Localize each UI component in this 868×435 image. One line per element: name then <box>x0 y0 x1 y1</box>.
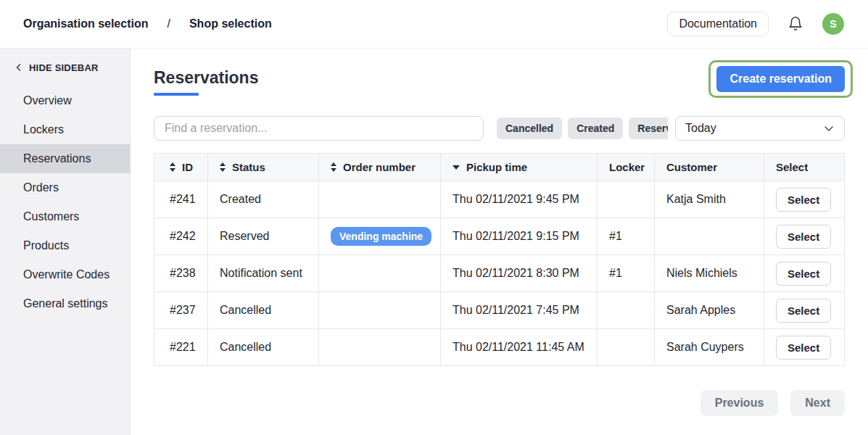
cell-pickup-time: Thu 02/11/2021 9:45 PM <box>441 181 598 218</box>
column-header-customer: Customer <box>655 154 764 181</box>
sidebar-item-overview[interactable]: Overview <box>0 86 130 115</box>
filter-chip-created[interactable]: Created <box>568 117 623 139</box>
sidebar-item-customers[interactable]: Customers <box>0 202 130 231</box>
select-button[interactable]: Select <box>776 225 831 249</box>
cell-select: Select <box>764 255 845 292</box>
cell-order-number <box>319 292 441 329</box>
column-header-pickup-time[interactable]: Pickup time <box>441 154 598 181</box>
filter-chip-cancelled[interactable]: Cancelled <box>497 117 562 139</box>
title-underline <box>154 93 199 96</box>
breadcrumb: Organisation selection / Shop selection <box>23 17 272 30</box>
select-button[interactable]: Select <box>776 299 831 323</box>
column-header-label: Locker <box>609 161 645 173</box>
cell-status: Reserved <box>208 218 319 255</box>
sidebar-item-reservations[interactable]: Reservations <box>0 144 130 173</box>
select-button[interactable]: Select <box>776 188 831 212</box>
cell-select: Select <box>764 181 845 218</box>
date-filter-select[interactable]: Today <box>675 116 845 141</box>
cell-customer <box>655 218 764 255</box>
create-reservation-highlight: Create reservation <box>708 60 853 98</box>
main-header: Reservations Create reservation <box>154 68 845 98</box>
documentation-button[interactable]: Documentation <box>667 12 769 36</box>
cell-status: Notification sent <box>208 255 319 292</box>
cell-order-number <box>319 255 441 292</box>
sort-icon <box>170 162 175 172</box>
sidebar-item-general-settings[interactable]: General settings <box>0 289 130 318</box>
date-filter-value: Today <box>685 122 716 135</box>
hide-sidebar-label: HIDE SIDEBAR <box>29 62 99 73</box>
cell-order-number <box>319 329 441 366</box>
pagination: Previous Next <box>154 390 845 416</box>
cell-customer: Niels Michiels <box>655 255 764 292</box>
column-header-status[interactable]: Status <box>208 154 319 181</box>
sidebar-item-overwrite-codes[interactable]: Overwrite Codes <box>0 260 130 289</box>
cell-locker <box>598 329 655 366</box>
cell-select: Select <box>764 329 845 366</box>
cell-status: Cancelled <box>208 329 319 366</box>
column-header-label: Customer <box>666 161 717 173</box>
breadcrumb-shop[interactable]: Shop selection <box>189 17 272 30</box>
column-header-label: Status <box>232 161 265 173</box>
sidebar-item-orders[interactable]: Orders <box>0 173 130 202</box>
sort-desc-icon <box>452 165 460 170</box>
filter-row: CancelledCreatedReserved Today <box>154 116 845 141</box>
chevron-down-icon <box>823 123 835 134</box>
cell-customer: Katja Smith <box>655 181 764 218</box>
title-block: Reservations <box>154 68 258 96</box>
next-button[interactable]: Next <box>790 390 845 416</box>
column-header-select: Select <box>764 154 845 181</box>
cell-select: Select <box>764 292 845 329</box>
cell-pickup-time: Thu 02/11/2021 11:45 AM <box>441 329 598 366</box>
table-body: #241 Created Thu 02/11/2021 9:45 PM Katj… <box>154 181 845 366</box>
cell-locker: #1 <box>598 218 655 255</box>
cell-select: Select <box>764 218 845 255</box>
reservations-table: ID Status Order number Pickup time Locke… <box>154 153 845 366</box>
topbar: Organisation selection / Shop selection … <box>0 0 868 49</box>
select-button[interactable]: Select <box>776 336 831 360</box>
topbar-actions: Documentation S <box>667 12 844 36</box>
cell-order-number: Vending machine <box>319 218 441 255</box>
chevron-left-icon <box>15 63 23 72</box>
hide-sidebar-button[interactable]: HIDE SIDEBAR <box>0 59 130 76</box>
notification-bell-icon[interactable] <box>787 15 804 33</box>
sort-icon <box>220 162 226 172</box>
filter-chip-reserved[interactable]: Reserved <box>629 117 668 139</box>
cell-locker <box>598 181 655 218</box>
column-header-label: Select <box>776 161 808 173</box>
table-row: #242 Reserved Vending machine Thu 02/11/… <box>154 218 845 255</box>
cell-locker <box>598 292 655 329</box>
breadcrumb-organisation[interactable]: Organisation selection <box>23 17 148 30</box>
create-reservation-button[interactable]: Create reservation <box>716 66 845 92</box>
sort-icon <box>331 162 336 172</box>
search-input[interactable] <box>154 116 484 141</box>
app-body: HIDE SIDEBAR OverviewLockersReservations… <box>0 49 868 435</box>
page-title: Reservations <box>154 68 258 88</box>
cell-status: Cancelled <box>208 292 319 329</box>
avatar[interactable]: S <box>822 13 844 35</box>
column-header-locker: Locker <box>598 154 655 181</box>
sidebar-nav: OverviewLockersReservationsOrdersCustome… <box>0 86 130 318</box>
sidebar-item-lockers[interactable]: Lockers <box>0 115 130 144</box>
cell-customer: Sarah Apples <box>655 292 764 329</box>
sidebar: HIDE SIDEBAR OverviewLockersReservations… <box>0 49 131 435</box>
cell-order-number <box>319 181 441 218</box>
table-row: #237 Cancelled Thu 02/11/2021 7:45 PM Sa… <box>154 292 845 329</box>
table-header-row: ID Status Order number Pickup time Locke… <box>154 154 845 181</box>
sidebar-item-products[interactable]: Products <box>0 231 130 260</box>
cell-status: Created <box>208 181 319 218</box>
order-number-badge: Vending machine <box>331 227 431 246</box>
breadcrumb-separator: / <box>167 17 170 30</box>
cell-id: #242 <box>154 218 208 255</box>
cell-pickup-time: Thu 02/11/2021 8:30 PM <box>441 255 598 292</box>
main-content: Reservations Create reservation Cancelle… <box>131 49 868 435</box>
cell-id: #241 <box>154 181 208 218</box>
previous-button[interactable]: Previous <box>700 390 779 416</box>
column-header-label: Pickup time <box>466 161 527 173</box>
table-row: #241 Created Thu 02/11/2021 9:45 PM Katj… <box>154 181 845 218</box>
cell-locker: #1 <box>598 255 655 292</box>
cell-pickup-time: Thu 02/11/2021 7:45 PM <box>441 292 598 329</box>
select-button[interactable]: Select <box>776 262 831 286</box>
column-header-id[interactable]: ID <box>154 154 208 181</box>
cell-id: #238 <box>154 255 208 292</box>
column-header-order-number[interactable]: Order number <box>319 154 441 181</box>
